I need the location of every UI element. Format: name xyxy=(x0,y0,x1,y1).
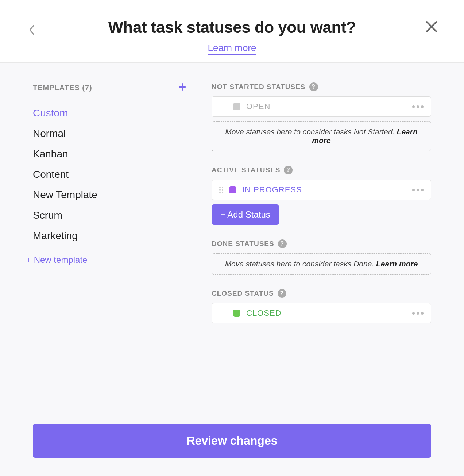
help-icon[interactable]: ? xyxy=(278,239,287,248)
drag-handle-icon[interactable] xyxy=(219,187,223,193)
status-color-square xyxy=(229,186,236,193)
status-color-square xyxy=(233,103,240,110)
template-item-normal[interactable]: Normal xyxy=(33,123,186,144)
not-started-section: NOT STARTED STATUSES ? OPEN Move statuse… xyxy=(212,82,431,151)
closed-section: CLOSED STATUS ? CLOSED xyxy=(212,289,431,323)
more-icon[interactable] xyxy=(412,105,424,108)
learn-more-inline[interactable]: Learn more xyxy=(376,260,418,268)
status-label: IN PROGRESS xyxy=(242,185,406,195)
template-item-new-template[interactable]: New Template xyxy=(33,185,186,205)
more-icon[interactable] xyxy=(412,189,424,191)
page-title: What task statuses do you want? xyxy=(22,18,442,37)
review-changes-button[interactable]: Review changes xyxy=(33,424,431,458)
new-template-link[interactable]: + New template xyxy=(26,255,186,265)
content-area: TEMPLATES (7) CustomNormalKanbanContentN… xyxy=(0,63,464,476)
template-item-kanban[interactable]: Kanban xyxy=(33,144,186,164)
not-started-label: NOT STARTED STATUSES xyxy=(212,83,306,91)
add-status-button[interactable]: + Add Status xyxy=(212,204,279,225)
status-card-closed[interactable]: CLOSED xyxy=(212,303,431,323)
templates-heading: TEMPLATES (7) xyxy=(33,84,92,92)
close-button[interactable] xyxy=(425,20,438,35)
active-section: ACTIVE STATUSES ? IN PROGRESS + Add Stat… xyxy=(212,166,431,225)
template-item-marketing[interactable]: Marketing xyxy=(33,226,186,246)
back-button[interactable] xyxy=(28,25,35,38)
active-label: ACTIVE STATUSES xyxy=(212,166,280,174)
more-icon[interactable] xyxy=(412,312,424,315)
done-label: DONE STATUSES xyxy=(212,240,274,248)
help-icon[interactable]: ? xyxy=(284,166,293,174)
header-center: What task statuses do you want? Learn mo… xyxy=(22,18,442,55)
status-card-open[interactable]: OPEN xyxy=(212,96,431,117)
modal-header: What task statuses do you want? Learn mo… xyxy=(0,0,464,63)
templates-sidebar: TEMPLATES (7) CustomNormalKanbanContentN… xyxy=(33,82,186,461)
template-item-custom[interactable]: Custom xyxy=(33,103,186,123)
help-icon[interactable]: ? xyxy=(278,289,286,298)
template-item-scrum[interactable]: Scrum xyxy=(33,205,186,226)
add-template-icon[interactable] xyxy=(179,82,186,93)
learn-more-link[interactable]: Learn more xyxy=(208,42,256,55)
status-card-inprogress[interactable]: IN PROGRESS xyxy=(212,180,431,200)
status-color-square xyxy=(233,310,240,317)
template-item-content[interactable]: Content xyxy=(33,164,186,185)
help-icon[interactable]: ? xyxy=(309,82,318,91)
closed-label: CLOSED STATUS xyxy=(212,289,274,298)
done-section: DONE STATUSES ? Move statuses here to co… xyxy=(212,239,431,275)
status-config: NOT STARTED STATUSES ? OPEN Move statuse… xyxy=(212,82,431,461)
status-label: CLOSED xyxy=(246,308,406,318)
done-dropzone[interactable]: Move statuses here to consider tasks Don… xyxy=(212,253,431,275)
not-started-dropzone[interactable]: Move statuses here to consider tasks Not… xyxy=(212,121,431,151)
status-label: OPEN xyxy=(246,102,406,111)
